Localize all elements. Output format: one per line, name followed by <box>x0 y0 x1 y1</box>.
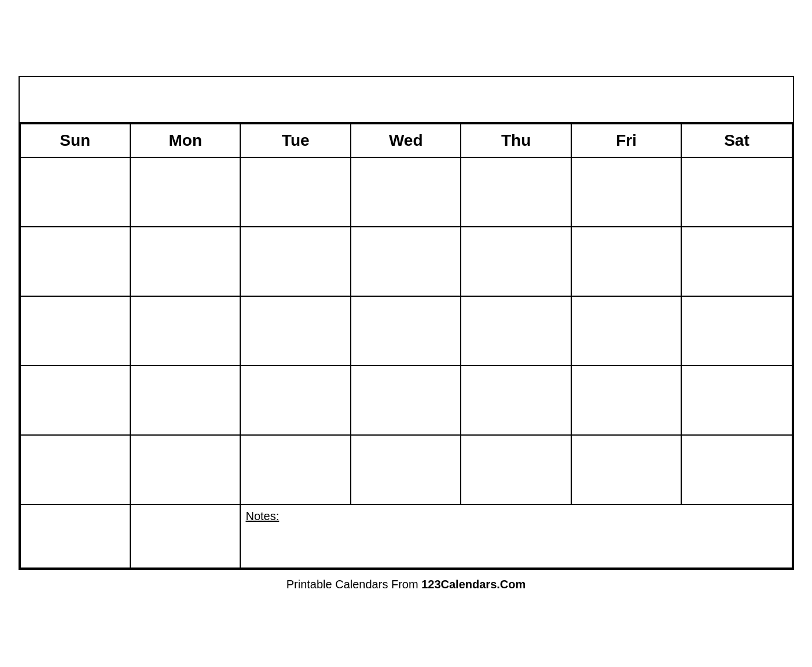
header-fri: Fri <box>571 124 681 157</box>
notes-label: Notes: <box>245 510 279 522</box>
day-cell <box>571 435 681 504</box>
day-cell <box>681 435 792 504</box>
day-cell <box>130 157 240 227</box>
day-cell <box>351 227 461 296</box>
day-cell <box>461 296 571 366</box>
day-cell <box>461 435 571 504</box>
day-cell <box>681 227 792 296</box>
day-cell <box>461 157 571 227</box>
day-cell <box>461 227 571 296</box>
calendar-grid: Sun Mon Tue Wed Thu Fri Sat <box>20 123 793 569</box>
day-cell <box>571 296 681 366</box>
day-cell <box>681 157 792 227</box>
day-cell <box>240 296 350 366</box>
day-cell <box>130 296 240 366</box>
notes-row: Notes: <box>20 504 792 568</box>
day-cell <box>130 435 240 504</box>
header-mon: Mon <box>130 124 240 157</box>
header-tue: Tue <box>240 124 350 157</box>
footer-bold-text: 123Calendars.Com <box>421 578 526 591</box>
header-wed: Wed <box>351 124 461 157</box>
day-cell <box>240 157 350 227</box>
day-cell <box>351 157 461 227</box>
calendar-container: Sun Mon Tue Wed Thu Fri Sat <box>19 76 794 570</box>
day-cell <box>571 157 681 227</box>
week-row-4 <box>20 366 792 435</box>
day-cell <box>130 366 240 435</box>
title-row <box>20 77 793 123</box>
notes-cell: Notes: <box>240 504 792 568</box>
week-row-2 <box>20 227 792 296</box>
day-cell <box>681 296 792 366</box>
day-cell <box>681 366 792 435</box>
day-cell <box>130 227 240 296</box>
footer-plain-text: Printable Calendars From <box>286 578 421 591</box>
day-cell <box>351 366 461 435</box>
header-sun: Sun <box>20 124 130 157</box>
day-cell <box>20 435 130 504</box>
header-row: Sun Mon Tue Wed Thu Fri Sat <box>20 124 792 157</box>
footer: Printable Calendars From 123Calendars.Co… <box>19 578 794 591</box>
page-wrapper: Sun Mon Tue Wed Thu Fri Sat <box>19 76 794 591</box>
day-cell <box>461 366 571 435</box>
week-row-3 <box>20 296 792 366</box>
day-cell <box>20 157 130 227</box>
week-row-1 <box>20 157 792 227</box>
day-cell <box>571 366 681 435</box>
header-thu: Thu <box>461 124 571 157</box>
week-row-5 <box>20 435 792 504</box>
day-cell <box>571 227 681 296</box>
day-cell <box>240 435 350 504</box>
day-cell <box>240 366 350 435</box>
day-cell-notes-mon <box>130 504 240 568</box>
day-cell <box>240 227 350 296</box>
day-cell <box>20 227 130 296</box>
day-cell <box>351 435 461 504</box>
header-sat: Sat <box>681 124 792 157</box>
day-cell <box>20 296 130 366</box>
day-cell <box>351 296 461 366</box>
day-cell <box>20 366 130 435</box>
day-cell-notes-sun <box>20 504 130 568</box>
